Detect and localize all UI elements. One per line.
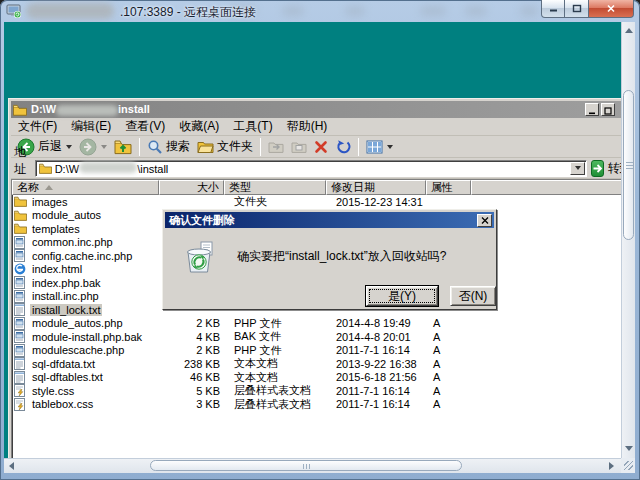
php-icon <box>14 330 27 343</box>
column-header-4[interactable]: 属性 <box>426 180 471 195</box>
dialog-titlebar[interactable]: 确认文件删除 <box>165 212 494 228</box>
column-header-1[interactable]: 大小 <box>159 180 224 195</box>
scroll-down-icon[interactable] <box>625 446 633 451</box>
toolbar-separator <box>139 138 140 156</box>
scroll-right-icon[interactable] <box>609 462 614 470</box>
chevron-down-icon <box>575 166 581 170</box>
back-label: 后退 <box>38 138 62 155</box>
close-button[interactable] <box>589 0 634 18</box>
php-icon <box>14 290 27 303</box>
explorer-maximize-button[interactable] <box>601 103 615 116</box>
chevron-down-icon <box>387 145 393 149</box>
file-attr: A <box>426 385 471 397</box>
column-header-2[interactable]: 类型 <box>224 180 326 195</box>
scroll-left-icon[interactable] <box>9 462 14 470</box>
dialog-close-button[interactable] <box>477 214 492 227</box>
copy-to-icon <box>291 140 307 154</box>
chevron-down-icon <box>66 145 72 149</box>
php-icon <box>14 344 27 357</box>
maximize-button[interactable] <box>565 0 589 18</box>
file-size: 2 KB <box>159 344 224 356</box>
go-label: 转到 <box>608 160 621 177</box>
undo-button[interactable] <box>332 138 354 155</box>
confirm-delete-dialog: 确认文件删除 确实要把“install_lock.txt”放入回 <box>162 209 497 310</box>
file-date: 2014-4-8 19:49 <box>326 317 426 329</box>
scroll-up-icon[interactable] <box>625 28 633 33</box>
html-icon <box>14 263 27 276</box>
file-row[interactable]: module-install.php.bak4 KBBAK 文件2014-4-8… <box>12 330 621 344</box>
rdp-titlebar[interactable]: .107:3389 - 远程桌面连接 <box>0 0 640 22</box>
rdp-window-title: .107:3389 - 远程桌面连接 <box>120 4 256 21</box>
folders-button[interactable]: 文件夹 <box>194 137 256 156</box>
file-row[interactable]: tablebox.css3 KB层叠样式表文档2011-7-1 16:14A <box>12 398 621 412</box>
file-name: module_autos <box>30 209 103 221</box>
file-size: 3 KB <box>159 398 224 410</box>
copy-to-button[interactable] <box>288 139 310 155</box>
recycle-bin-icon <box>181 240 217 276</box>
file-row[interactable]: modulescache.php2 KBPHP 文件2011-7-1 16:14… <box>12 344 621 358</box>
views-button[interactable] <box>363 139 396 155</box>
explorer-menubar: 文件(F)编辑(E)查看(V)收藏(A)工具(T)帮助(H) <box>11 118 621 136</box>
rdp-horizontal-scrollbar[interactable] <box>4 458 621 473</box>
file-name: sql-dftables.txt <box>30 371 105 383</box>
minimize-button[interactable] <box>541 0 565 18</box>
address-dropdown-button[interactable] <box>570 162 585 175</box>
column-header-0[interactable]: 名称 <box>12 180 159 195</box>
file-name: module_autos.php <box>30 317 125 329</box>
menu-item-0[interactable]: 文件(F) <box>11 117 64 136</box>
address-input[interactable]: D:\W\install <box>35 160 587 177</box>
yes-button[interactable]: 是(Y) <box>366 286 438 306</box>
menu-item-1[interactable]: 编辑(E) <box>64 117 118 136</box>
menu-item-3[interactable]: 收藏(A) <box>172 117 226 136</box>
resize-grip[interactable] <box>624 461 633 470</box>
vertical-scroll-thumb[interactable] <box>623 90 634 240</box>
minimize-icon <box>549 4 558 13</box>
folder-icon <box>39 163 52 174</box>
explorer-title: D:\Winstall <box>31 103 150 116</box>
explorer-minimize-button[interactable] <box>585 103 599 116</box>
file-name: index.php.bak <box>30 277 103 289</box>
maximize-icon <box>572 4 582 13</box>
file-name: modulescache.php <box>30 344 126 356</box>
file-row[interactable]: style.css5 KB层叠样式表文档2011-7-1 16:14A <box>12 384 621 398</box>
file-row[interactable]: module_autos.php2 KBPHP 文件2014-4-8 19:49… <box>12 317 621 331</box>
search-button[interactable]: 搜索 <box>144 137 193 156</box>
maximize-icon <box>604 107 612 115</box>
dialog-body: 确实要把“install_lock.txt”放入回收站吗? 是(Y) 否(N) <box>165 228 494 308</box>
rdp-window: .107:3389 - 远程桌面连接 D:\Winstall <box>0 0 640 480</box>
file-name: tablebox.css <box>30 398 95 410</box>
delete-button[interactable] <box>311 139 331 155</box>
css-icon <box>14 384 27 397</box>
menu-item-4[interactable]: 工具(T) <box>226 117 279 136</box>
folder-icon <box>14 195 27 208</box>
remote-desktop-icon <box>6 3 22 19</box>
folder-up-icon <box>114 139 132 155</box>
go-button[interactable] <box>591 160 604 177</box>
no-button[interactable]: 否(N) <box>450 286 496 306</box>
file-type: 层叠样式表文档 <box>224 397 326 412</box>
file-row[interactable]: sql-dfdata.txt238 KB文本文档2013-9-22 16:38A <box>12 357 621 371</box>
window-controls <box>541 0 634 18</box>
file-name: install_lock.txt <box>30 304 102 316</box>
column-header-3[interactable]: 修改日期 <box>326 180 426 195</box>
php-icon <box>14 276 27 289</box>
file-date: 2011-7-1 16:14 <box>326 398 426 410</box>
close-icon <box>481 217 489 224</box>
folder-icon <box>14 209 27 222</box>
file-row[interactable]: sql-dftables.txt46 KB文本文档2015-6-18 21:56… <box>12 371 621 385</box>
explorer-titlebar[interactable]: D:\Winstall <box>11 101 621 118</box>
menu-item-2[interactable]: 查看(V) <box>118 117 172 136</box>
horizontal-scroll-thumb[interactable] <box>150 460 462 471</box>
menu-item-5[interactable]: 帮助(H) <box>280 117 335 136</box>
forward-button[interactable] <box>76 137 110 157</box>
up-button[interactable] <box>111 138 135 156</box>
rdp-vertical-scrollbar[interactable] <box>621 22 635 458</box>
dialog-message: 确实要把“install_lock.txt”放入回收站吗? <box>237 248 487 265</box>
file-row[interactable]: images文件夹2015-12-23 14:31 <box>12 195 621 209</box>
thumb-grip <box>303 464 304 469</box>
php-icon <box>14 317 27 330</box>
folders-label: 文件夹 <box>217 138 253 155</box>
dialog-title: 确认文件删除 <box>169 213 235 228</box>
move-to-button[interactable] <box>265 139 287 155</box>
move-to-icon <box>268 140 284 154</box>
